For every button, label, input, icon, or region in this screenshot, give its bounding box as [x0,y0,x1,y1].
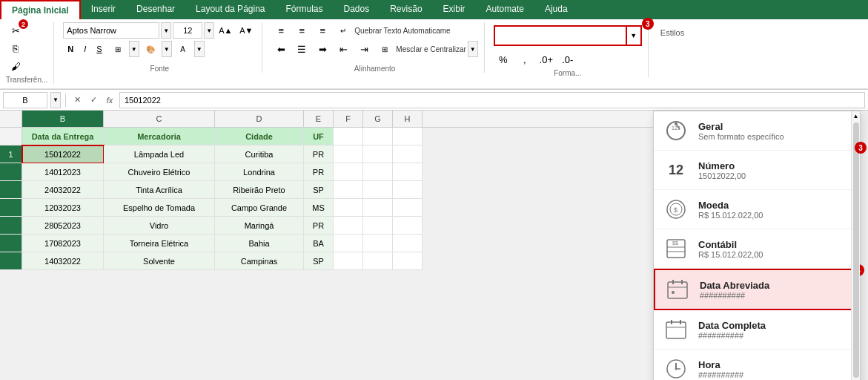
formula-input[interactable] [119,92,865,108]
borders-dropdown[interactable]: ▼ [129,41,139,57]
font-color-dropdown[interactable]: ▼ [194,41,205,57]
comma-button[interactable]: , [515,51,534,68]
align-right-button[interactable]: ➡ [313,41,332,57]
cell-e6[interactable]: BA [304,235,334,252]
cell-b5[interactable]: 28052023 [22,217,104,235]
cell-f3[interactable] [334,181,363,199]
merge-center-button[interactable]: ⊞ [375,41,394,57]
fill-color-button[interactable]: 🎨 [141,41,160,57]
cell-g3[interactable] [363,181,393,199]
row-num-header-0[interactable] [0,128,22,145]
header-d[interactable]: Cidade [215,128,304,145]
header-h[interactable] [393,128,423,145]
format-dropdown-button[interactable]: ▼ [627,25,642,46]
format-dropdown-panel[interactable]: ▲ ▼ 123 Geral Sem formato específico [653,111,861,380]
cell-c5[interactable]: Vidro [104,217,215,235]
col-header-h[interactable]: H [393,111,423,127]
fx-button[interactable]: fx [103,94,116,107]
cell-d1[interactable]: Curitiba [215,145,304,163]
header-c[interactable]: Mercadoria [104,128,215,145]
row-num-4[interactable] [0,199,22,217]
font-name-dropdown[interactable]: ▼ [161,22,171,39]
indent-decrease-button[interactable]: ⇤ [334,41,353,57]
tab-pagina-inicial[interactable]: Página Inicial [0,0,81,19]
tab-formulas[interactable]: Fórmulas [276,0,334,19]
cell-h4[interactable] [393,199,423,217]
col-header-g[interactable]: G [363,111,393,127]
underline-button[interactable]: S [92,42,106,56]
header-b[interactable]: Data da Entrega [22,128,104,145]
cell-f2[interactable] [334,163,363,181]
font-size-dropdown[interactable]: ▼ [204,22,214,39]
cell-d7[interactable]: Campinas [215,252,304,270]
cell-c7[interactable]: Solvente [104,252,215,270]
decrease-font-button[interactable]: A▼ [236,22,256,39]
cell-f1[interactable] [334,145,363,163]
cell-h1[interactable] [393,145,423,163]
row-num-2[interactable] [0,163,22,181]
header-g[interactable] [363,128,393,145]
merge-dropdown[interactable]: ▼ [468,41,478,57]
cell-e3[interactable]: SP [304,181,334,199]
cell-b4[interactable]: 12032023 [22,199,104,217]
cell-f7[interactable] [334,252,363,270]
cell-c2[interactable]: Chuveiro Elétrico [104,163,215,181]
cell-f4[interactable] [334,199,363,217]
fill-dropdown[interactable]: ▼ [162,41,172,57]
format-item-numero[interactable]: 12 Número 15012022,00 [654,151,860,190]
format-item-moeda[interactable]: $ Moeda R$ 15.012.022,00 [654,190,860,229]
cell-c4[interactable]: Espelho de Tomada [104,199,215,217]
tab-exibir[interactable]: Exibir [433,0,476,19]
tab-automate[interactable]: Automate [476,0,534,19]
name-dropdown[interactable]: ▼ [50,92,61,108]
cell-e2[interactable]: PR [304,163,334,181]
name-box-input[interactable] [3,92,47,108]
cancel-formula-button[interactable]: ✕ [70,94,84,107]
scroll-up-arrow[interactable]: ▲ [852,111,861,121]
confirm-formula-button[interactable]: ✓ [87,94,100,107]
cell-f6[interactable] [334,235,363,252]
cell-f5[interactable] [334,217,363,235]
cell-h2[interactable] [393,163,423,181]
copy-button[interactable]: ⎘ [6,40,25,56]
tab-inserir[interactable]: Inserir [81,0,126,19]
percent-button[interactable]: % [494,51,513,68]
format-item-geral[interactable]: 123 Geral Sem formato específico [654,111,860,151]
cell-b7[interactable]: 14032022 [22,252,104,270]
cell-h6[interactable] [393,235,423,252]
tab-desenhar[interactable]: Desenhar [126,0,185,19]
cell-c6[interactable]: Torneira Elétrica [104,235,215,252]
cell-e7[interactable]: SP [304,252,334,270]
cell-e1[interactable]: PR [304,145,334,163]
tab-layout[interactable]: Layout da Página [185,0,275,19]
cell-b1[interactable]: 15012022 [22,145,104,163]
row-num-7[interactable] [0,252,22,270]
cell-c1[interactable]: Lâmpada Led [104,145,215,163]
col-header-a[interactable] [0,111,22,127]
col-header-c[interactable]: C [104,111,215,127]
format-item-data-completa[interactable]: Data Completa ########## [654,310,860,350]
font-color-button[interactable]: A [173,41,193,57]
align-center-vert-button[interactable]: ≡ [292,22,311,39]
format-item-data-abreviada[interactable]: Data Abreviada ########## 4 [654,269,860,310]
row-num-6[interactable] [0,235,22,252]
cell-h7[interactable] [393,252,423,270]
cell-g2[interactable] [363,163,393,181]
col-header-b[interactable]: B [22,111,104,127]
align-bottom-button[interactable]: ≡ [313,22,332,39]
col-header-d[interactable]: D [215,111,304,127]
cell-e4[interactable]: MS [304,199,334,217]
cell-g1[interactable] [363,145,393,163]
font-name-input[interactable] [63,22,159,39]
cell-b3[interactable]: 24032022 [22,181,104,199]
cell-d3[interactable]: Ribeirão Preto [215,181,304,199]
cell-e5[interactable]: PR [304,217,334,235]
align-left-button[interactable]: ⬅ [271,41,291,57]
tab-ajuda[interactable]: Ajuda [534,0,578,19]
increase-font-button[interactable]: A▲ [216,22,235,39]
header-e[interactable]: UF [304,128,334,145]
cell-g5[interactable] [363,217,393,235]
tab-dados[interactable]: Dados [334,0,380,19]
format-item-hora[interactable]: Hora ########## [654,350,860,380]
cell-d4[interactable]: Campo Grande [215,199,304,217]
